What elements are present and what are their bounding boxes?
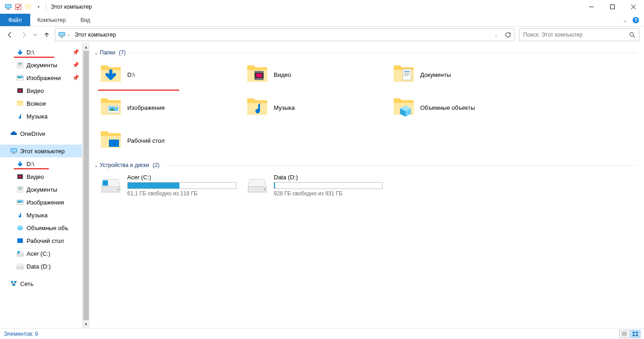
drive-tile-d[interactable]: Data (D:) 928 ГБ свободно из 931 ГБ (244, 173, 389, 198)
folder-tile-d[interactable]: D:\ (98, 60, 243, 89)
tree-item-video-pc[interactable]: Видео (0, 170, 82, 183)
doc-icon (16, 186, 24, 193)
scroll-up-icon[interactable]: ▲ (82, 43, 90, 51)
video-icon (16, 173, 24, 180)
tree-item-onedrive[interactable]: OneDrive (0, 127, 82, 140)
view-details-button[interactable] (619, 330, 629, 338)
group-rule (165, 165, 637, 166)
svg-point-38 (630, 32, 633, 36)
group-header-drives[interactable]: ⌄ Устройства и диски (2) (92, 160, 644, 170)
pin-icon: 📌 (72, 75, 79, 81)
folder-tile-music[interactable]: Музыка (244, 93, 389, 122)
minimize-button[interactable] (581, 0, 602, 14)
address-crumb-root[interactable]: › (55, 29, 72, 41)
search-icon[interactable] (625, 32, 639, 38)
address-bar[interactable]: › Этот компьютер ⌄ (55, 28, 514, 41)
tree-item-thispc[interactable]: Этот компьютер (0, 145, 82, 157)
objects3d-icon (393, 97, 415, 118)
window-title: Этот компьютер (51, 4, 92, 10)
tree-item-video-quick[interactable]: Видео (0, 84, 82, 97)
folder-label: D:\ (127, 71, 135, 78)
folder-label: Объемные объекты (420, 104, 475, 111)
svg-rect-42 (636, 334, 638, 336)
tree-item-label: Объемные объ (27, 225, 68, 231)
monitor-icon (58, 31, 65, 38)
qat-properties-icon[interactable] (14, 2, 23, 12)
refresh-button[interactable] (502, 29, 514, 41)
folder-tile-pictures[interactable]: Изображения (98, 93, 243, 122)
downloads-icon (16, 48, 24, 56)
tree-item-label: Изображени (27, 75, 61, 81)
tree-item-label: D:\ (27, 49, 34, 56)
tree-item-documents-quick[interactable]: Документы 📌 (0, 59, 82, 71)
tree-item-folder-quick[interactable]: Всякое (0, 97, 82, 110)
folder-label: Документы (420, 71, 451, 78)
tree-item-label: Рабочий стол (27, 237, 64, 244)
svg-rect-41 (633, 334, 635, 336)
tree-item-3dobjects-pc[interactable]: Объемные объ (0, 221, 82, 234)
drive-tile-c[interactable]: Acer (C:) 61,1 ГБ свободно из 118 ГБ (98, 173, 243, 198)
doc-icon (393, 64, 415, 86)
onedrive-icon (10, 130, 17, 137)
group-header-folders[interactable]: ⌄ Папки (7) (92, 48, 644, 58)
close-button[interactable] (623, 0, 644, 14)
pictures-icon (100, 97, 122, 118)
tree-item-documents-pc[interactable]: Документы (0, 183, 82, 196)
tree-item-label: Музыка (27, 212, 48, 219)
view-tiles-button[interactable] (630, 330, 640, 338)
annotation-underline (98, 90, 179, 91)
hdd-icon (246, 174, 268, 196)
music-icon (16, 113, 24, 120)
ribbon-collapse-icon[interactable]: ⌄ (623, 17, 628, 23)
tree-item-d-quick[interactable]: D:\ 📌 (0, 46, 82, 59)
scrollbar-thumb[interactable] (83, 51, 89, 320)
tree-item-drive-d[interactable]: Data (D:) (0, 260, 82, 273)
network-icon (10, 280, 17, 287)
tree-scrollbar[interactable]: ▲ ▼ (82, 43, 90, 328)
folder-tile-3dobjects[interactable]: Объемные объекты (391, 93, 536, 122)
video-icon (246, 64, 268, 86)
address-crumb-thispc[interactable]: Этот компьютер (72, 29, 119, 41)
scroll-down-icon[interactable]: ▼ (82, 320, 90, 328)
tree-item-label: Сеть (20, 280, 33, 287)
tree-item-music-quick[interactable]: Музыка (0, 110, 82, 123)
tree-item-d-pc[interactable]: D:\ (0, 157, 82, 170)
address-location-text: Этот компьютер (75, 32, 116, 38)
monitor-icon (10, 147, 17, 155)
address-history-button[interactable]: ⌄ (490, 29, 502, 41)
drive-usage-bar (274, 182, 383, 189)
drive-free-text: 61,1 ГБ свободно из 118 ГБ (127, 190, 236, 197)
hdd-icon (16, 263, 24, 270)
ribbon-file-tab[interactable]: Файл (0, 14, 30, 26)
qat-newfolder-icon[interactable] (24, 2, 33, 12)
qat-customize-icon[interactable]: ▾ (34, 2, 43, 12)
annotation-underline (14, 168, 49, 169)
svg-rect-39 (633, 332, 635, 334)
tree-item-network[interactable]: Сеть (0, 277, 82, 290)
title-bar: ▾ Этот компьютер (0, 0, 644, 14)
folder-tile-desktop[interactable]: Рабочий стол (98, 126, 243, 155)
tree-item-pictures-quick[interactable]: Изображени 📌 (0, 71, 82, 84)
recent-locations-button[interactable] (32, 29, 38, 40)
tree-item-desktop-pc[interactable]: Рабочий стол (0, 234, 82, 247)
forward-button[interactable] (18, 29, 29, 40)
tree-item-label: Видео (27, 87, 44, 94)
tree-item-drive-c[interactable]: Acer (C:) (0, 247, 82, 260)
ribbon-tab-computer[interactable]: Компьютер (30, 14, 73, 26)
folder-tile-video[interactable]: Видео (244, 60, 389, 89)
search-box[interactable]: Поиск: Этот компьютер (519, 28, 639, 41)
group-title: Папки (100, 49, 115, 56)
tree-item-label: D:\ (27, 161, 34, 167)
folder-label: Видео (274, 71, 291, 78)
maximize-button[interactable] (602, 0, 623, 14)
tree-item-label: OneDrive (20, 130, 45, 137)
pin-icon: 📌 (72, 62, 79, 68)
ribbon-tab-view[interactable]: Вид (73, 14, 98, 26)
back-button[interactable] (5, 29, 16, 40)
up-button[interactable] (41, 29, 52, 40)
help-icon[interactable]: ? (632, 16, 639, 24)
folder-tile-documents[interactable]: Документы (391, 60, 536, 89)
tree-item-music-pc[interactable]: Музыка (0, 209, 82, 221)
chevron-down-icon: ⌄ (94, 163, 98, 168)
tree-item-pictures-pc[interactable]: Изображения (0, 196, 82, 209)
